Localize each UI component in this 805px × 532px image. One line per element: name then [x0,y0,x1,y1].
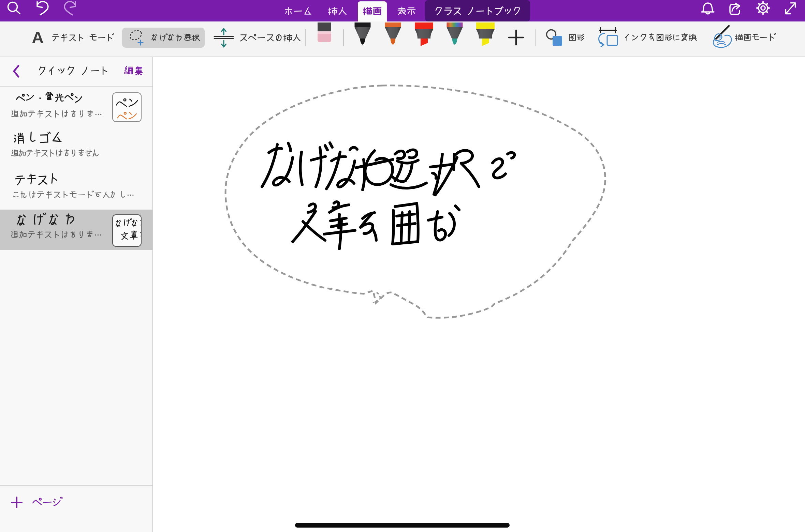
svg-text:A: A [32,28,44,47]
